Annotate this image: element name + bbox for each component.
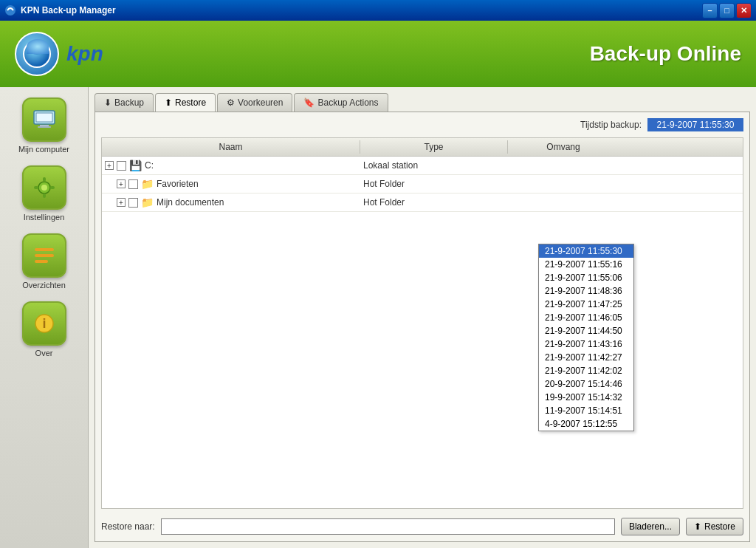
minimize-button[interactable]: – — [702, 3, 718, 18]
instellingen-icon-btn — [22, 165, 66, 210]
sidebar-label-overzichten: Overzichten — [22, 281, 66, 290]
table-row: + 📁 Favorieten Hot Folder — [102, 175, 743, 193]
file-cell-type-fav: Hot Folder — [360, 177, 508, 191]
file-cell-type-c: Lokaal station — [360, 159, 508, 172]
timestamp-dropdown[interactable]: 21-9-2007 11:55:3021-9-2007 11:55:1621-9… — [538, 244, 634, 431]
timestamp-option[interactable]: 20-9-2007 15:14:46 — [539, 377, 633, 391]
sidebar: Mijn computer Instellingen — [0, 87, 89, 548]
svg-rect-13 — [35, 248, 54, 251]
backup-tab-icon: ⬇ — [104, 97, 111, 108]
expand-c-button[interactable]: + — [105, 161, 114, 170]
timestamp-option[interactable]: 21-9-2007 11:48:36 — [539, 284, 633, 298]
window-controls: – □ ✕ — [702, 3, 752, 18]
logo-area: kpn — [15, 32, 103, 76]
backup-actions-tab-icon: 🔖 — [303, 97, 315, 108]
timestamp-selector-container: 21-9-2007 11:55:30 21-9-2007 11:55:3021-… — [647, 118, 743, 131]
timestamp-option[interactable]: 21-9-2007 11:55:06 — [539, 271, 633, 284]
timestamp-option[interactable]: 21-9-2007 11:42:02 — [539, 364, 633, 377]
svg-rect-10 — [43, 193, 46, 198]
header-naam: Naam — [102, 140, 360, 154]
backup-actions-tab-label: Backup Actions — [317, 97, 378, 108]
svg-rect-6 — [38, 126, 51, 128]
bottom-bar: Restore naar: Bladeren... ⬆ Restore — [101, 515, 743, 535]
drive-icon: 💾 — [129, 160, 142, 171]
expand-docs-button[interactable]: + — [117, 198, 126, 207]
restore-btn-label: Restore — [704, 521, 735, 532]
voorkeuren-tab-icon: ⚙ — [227, 97, 235, 108]
header-type: Type — [360, 140, 508, 154]
file-cell-naam-c: + 💾 C: — [102, 158, 360, 173]
restore-button[interactable]: ⬆ Restore — [686, 518, 743, 535]
over-icon-btn: i — [22, 301, 66, 346]
c-drive-label: C: — [145, 160, 154, 171]
folder-icon-fav: 📁 — [141, 178, 154, 190]
timestamp-option[interactable]: 11-9-2007 15:14:51 — [539, 404, 633, 417]
file-tree-table: Naam Type Omvang + 💾 C: Lokaal station — [101, 137, 743, 509]
svg-rect-12 — [50, 186, 55, 189]
backup-tab-label: Backup — [114, 97, 144, 108]
svg-rect-14 — [35, 254, 54, 257]
timestamp-option[interactable]: 21-9-2007 11:44:50 — [539, 324, 633, 338]
restore-tab-icon: ⬆ — [165, 97, 172, 108]
file-cell-omvang-docs — [508, 201, 619, 204]
browse-button[interactable]: Bladeren... — [621, 518, 680, 535]
voorkeuren-tab-label: Voorkeuren — [238, 97, 283, 108]
expand-fav-button[interactable]: + — [117, 179, 126, 188]
checkbox-c[interactable] — [117, 161, 126, 171]
checkbox-fav[interactable] — [128, 179, 138, 189]
svg-rect-4 — [36, 113, 52, 122]
titlebar: KPN Back-up Manager – □ ✕ — [0, 0, 756, 21]
checkbox-docs[interactable] — [128, 198, 138, 208]
tab-restore[interactable]: ⬆ Restore — [155, 93, 216, 112]
overzichten-icon-btn — [22, 233, 66, 278]
sidebar-label-instellingen: Instellingen — [24, 213, 65, 222]
sidebar-item-mijn-computer[interactable]: Mijn computer — [7, 93, 81, 158]
sidebar-item-over[interactable]: i Over — [7, 297, 81, 362]
header-banner: kpn Back-up Online — [0, 21, 756, 87]
timestamp-option[interactable]: 21-9-2007 11:47:25 — [539, 298, 633, 311]
restore-path-input[interactable] — [161, 518, 615, 535]
content-area: ⬇ Backup ⬆ Restore ⚙ Voorkeuren 🔖 Backup… — [89, 87, 756, 548]
kpn-brand-text: kpn — [66, 42, 103, 66]
app-icon — [4, 4, 16, 16]
table-row: + 💾 C: Lokaal station — [102, 157, 743, 175]
header-omvang: Omvang — [508, 140, 619, 154]
restore-tab-label: Restore — [175, 97, 206, 108]
tab-backup-actions[interactable]: 🔖 Backup Actions — [294, 93, 388, 112]
timestamp-label: Tijdstip backup: — [580, 120, 642, 130]
timestamp-option[interactable]: 21-9-2007 11:43:16 — [539, 338, 633, 351]
svg-rect-11 — [34, 186, 38, 189]
tab-backup[interactable]: ⬇ Backup — [94, 93, 154, 112]
file-cell-type-docs: Hot Folder — [360, 196, 508, 209]
timestamp-option[interactable]: 21-9-2007 11:55:16 — [539, 258, 633, 271]
restore-panel: Tijdstip backup: 21-9-2007 11:55:30 21-9… — [94, 112, 750, 542]
svg-rect-9 — [43, 177, 46, 182]
close-button[interactable]: ✕ — [736, 3, 752, 18]
table-row: + 📁 Mijn documenten Hot Folder — [102, 193, 743, 212]
mijn-computer-icon-btn — [22, 97, 66, 142]
folder-icon-docs: 📁 — [141, 196, 154, 208]
svg-point-8 — [41, 185, 47, 191]
timestamp-option[interactable]: 19-9-2007 15:14:32 — [539, 391, 633, 404]
docs-label: Mijn documenten — [157, 197, 224, 208]
restore-naar-label: Restore naar: — [101, 521, 155, 532]
svg-rect-15 — [35, 260, 48, 263]
sidebar-label-over: Over — [35, 349, 53, 357]
timestamp-option[interactable]: 21-9-2007 11:46:05 — [539, 311, 633, 324]
kpn-logo-circle — [15, 32, 59, 76]
tab-voorkeuren[interactable]: ⚙ Voorkeuren — [217, 93, 292, 112]
tab-bar: ⬇ Backup ⬆ Restore ⚙ Voorkeuren 🔖 Backup… — [94, 93, 750, 112]
fav-label: Favorieten — [157, 179, 199, 189]
header-title: Back-up Online — [590, 42, 741, 66]
sidebar-item-instellingen[interactable]: Instellingen — [7, 161, 81, 226]
file-table-header: Naam Type Omvang — [102, 138, 743, 157]
timestamp-option[interactable]: 21-9-2007 11:55:30 — [539, 244, 633, 258]
window-title: KPN Back-up Manager — [21, 5, 702, 16]
timestamp-selected[interactable]: 21-9-2007 11:55:30 — [647, 118, 743, 131]
timestamp-option[interactable]: 4-9-2007 15:12:55 — [539, 417, 633, 431]
timestamp-row: Tijdstip backup: 21-9-2007 11:55:30 21-9… — [101, 118, 743, 131]
timestamp-option[interactable]: 21-9-2007 11:42:27 — [539, 351, 633, 364]
main-layout: Mijn computer Instellingen — [0, 87, 756, 548]
sidebar-item-overzichten[interactable]: Overzichten — [7, 229, 81, 294]
maximize-button[interactable]: □ — [719, 3, 735, 18]
